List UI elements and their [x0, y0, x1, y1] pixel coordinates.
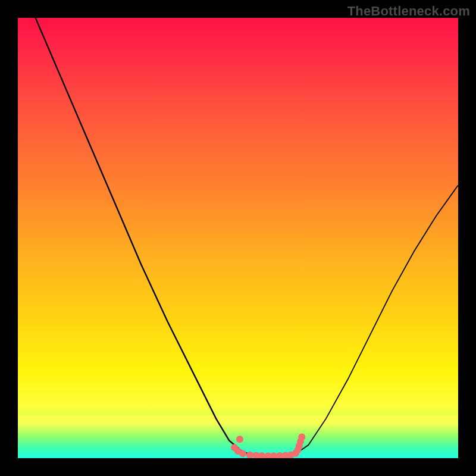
chart-frame: TheBottleneck.com [0, 0, 476, 476]
data-marker [258, 452, 265, 458]
curve-layer [18, 18, 458, 458]
watermark-text: TheBottleneck.com [347, 4, 470, 19]
curve-right-branch [295, 185, 458, 454]
data-marker [239, 450, 246, 458]
marker-cluster [231, 433, 305, 458]
data-marker [236, 436, 243, 443]
data-marker [270, 452, 277, 458]
data-marker [298, 433, 305, 440]
plot-area [18, 18, 458, 458]
curve-left-branch [36, 18, 252, 455]
data-marker [246, 452, 253, 458]
